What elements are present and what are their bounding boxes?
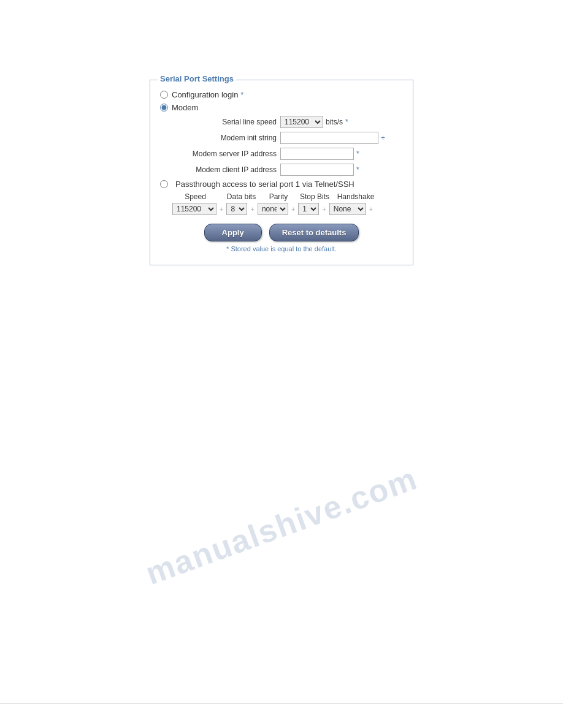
speed-header: Speed <box>172 192 218 201</box>
modem-label: Modem <box>172 103 198 112</box>
handshake-header: Handshake <box>334 192 377 201</box>
sep5: + <box>369 205 373 213</box>
config-login-asterisk: * <box>240 91 243 99</box>
passthrough-row: Passthrough access to serial port 1 via … <box>160 180 403 189</box>
speed-controls: 115200 57600 38400 19200 9600 + 8 7 6 5 … <box>172 203 403 215</box>
page-container: Serial Port Settings Configuration login… <box>0 0 563 728</box>
config-login-radio[interactable] <box>160 91 168 99</box>
sep4: + <box>322 205 326 213</box>
config-login-label: Configuration login <box>172 90 238 99</box>
sep1: + <box>220 205 223 213</box>
passthrough-label: Passthrough access to serial port 1 via … <box>175 180 354 189</box>
serial-speed-row: Serial line speed 115200 57600 38400 192… <box>172 116 403 128</box>
modem-client-asterisk: * <box>356 165 359 174</box>
sep2: + <box>250 205 254 213</box>
data-bits-select[interactable]: 8 7 6 5 <box>226 203 247 215</box>
speed-headers: Speed Data bits Parity Stop Bits Handsha… <box>172 192 403 201</box>
modem-row: Modem <box>160 103 403 112</box>
modem-client-ip-row: Modem client IP address 192.168.3.2 * <box>172 164 403 176</box>
passthrough-radio[interactable] <box>160 180 168 188</box>
reset-button[interactable]: Reset to defaults <box>269 224 359 241</box>
modem-server-ip-input[interactable]: 192.168.3.1 <box>280 148 354 160</box>
modem-client-ip-label: Modem client IP address <box>172 165 277 174</box>
modem-server-ip-row: Modem server IP address 192.168.3.1 * <box>172 148 403 160</box>
passthrough-speed-section: Speed Data bits Parity Stop Bits Handsha… <box>172 192 403 215</box>
serial-speed-select[interactable]: 115200 57600 38400 19200 9600 <box>280 116 323 128</box>
stop-bits-header: Stop Bits <box>299 192 331 201</box>
footnote: * Stored value is equal to the default. <box>160 245 403 252</box>
modem-server-ip-label: Modem server IP address <box>172 150 277 158</box>
bottom-line <box>0 703 563 703</box>
apply-button[interactable]: Apply <box>204 224 262 241</box>
modem-init-asterisk: + <box>381 134 385 142</box>
serial-speed-label: Serial line speed <box>172 118 277 126</box>
modem-init-label: Modem init string <box>172 134 277 142</box>
modem-init-input[interactable]: ATZ H0K ATL0M0&K3X1 OK <box>280 132 378 144</box>
parity-select[interactable]: none even odd <box>258 203 288 215</box>
parity-header: Parity <box>263 192 294 201</box>
watermark: manualshive.com <box>141 460 423 592</box>
handshake-select[interactable]: None RTS/CTS XON/XOFF <box>329 203 366 215</box>
buttons-row: Apply Reset to defaults <box>160 224 403 241</box>
sep3: + <box>291 205 295 213</box>
stop-bits-select[interactable]: 1 2 <box>298 203 319 215</box>
settings-box: Serial Port Settings Configuration login… <box>150 80 413 265</box>
data-bits-header: Data bits <box>224 192 258 201</box>
modem-init-row: Modem init string ATZ H0K ATL0M0&K3X1 OK… <box>172 132 403 144</box>
passthrough-speed-select[interactable]: 115200 57600 38400 19200 9600 <box>172 203 216 215</box>
config-login-row: Configuration login * <box>160 90 403 99</box>
speed-asterisk: * <box>345 118 348 126</box>
bits-per-sec-label: bits/s <box>326 118 343 126</box>
modem-radio[interactable] <box>160 104 168 112</box>
modem-server-asterisk: * <box>356 150 359 158</box>
modem-form-section: Serial line speed 115200 57600 38400 192… <box>172 116 403 176</box>
modem-client-ip-input[interactable]: 192.168.3.2 <box>280 164 354 176</box>
settings-title: Serial Port Settings <box>158 74 236 83</box>
